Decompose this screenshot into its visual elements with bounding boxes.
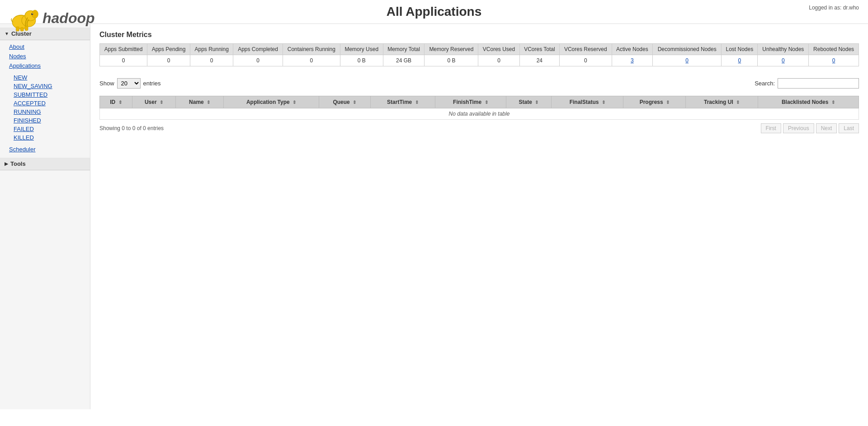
metrics-section-title: Cluster Metrics — [99, 31, 859, 39]
sidebar-link-applications[interactable]: Applications — [0, 61, 90, 70]
val-vcores-reserved: 0 — [560, 55, 612, 66]
col-application-type[interactable]: Application Type ⇕ — [224, 96, 319, 108]
metrics-values-row: 0 0 0 0 0 0 B 24 GB 0 B 0 24 0 3 0 0 0 0 — [100, 55, 859, 66]
val-apps-pending: 0 — [147, 55, 190, 66]
search-box: Search: — [755, 78, 859, 89]
val-active-nodes[interactable]: 3 — [612, 55, 653, 66]
pagination-next-button[interactable]: Next — [816, 123, 837, 133]
hadoop-logo — [9, 5, 41, 32]
show-entries-control: Show 10 20 25 50 100 entries — [99, 78, 161, 89]
tools-label: Tools — [10, 160, 26, 167]
entries-select[interactable]: 10 20 25 50 100 — [117, 78, 141, 89]
svg-rect-6 — [16, 27, 19, 31]
scheduler-nav: Scheduler — [0, 143, 90, 156]
sort-icon-state: ⇕ — [535, 100, 538, 105]
sidebar-link-running[interactable]: RUNNING — [14, 108, 90, 116]
sort-icon-progress: ⇕ — [666, 100, 670, 105]
sort-icon-id: ⇕ — [118, 100, 122, 105]
metric-rebooted-nodes: Rebooted Nodes — [809, 44, 859, 55]
page-title: All Applications — [387, 5, 482, 19]
metric-memory-used: Memory Used — [340, 44, 383, 55]
search-label: Search: — [755, 80, 775, 87]
show-label: Show — [99, 80, 114, 87]
svg-rect-8 — [25, 26, 28, 31]
sidebar-link-new-saving[interactable]: NEW_SAVING — [14, 82, 90, 90]
col-queue[interactable]: Queue ⇕ — [319, 96, 370, 108]
metric-memory-reserved: Memory Reserved — [425, 44, 478, 55]
metric-active-nodes: Active Nodes — [612, 44, 653, 55]
sidebar-link-failed[interactable]: FAILED — [14, 125, 90, 133]
sidebar-link-scheduler[interactable]: Scheduler — [0, 145, 90, 154]
metric-apps-pending: Apps Pending — [147, 44, 190, 55]
sidebar-link-nodes[interactable]: Nodes — [0, 51, 90, 61]
val-apps-completed: 0 — [233, 55, 283, 66]
metrics-header-row: Apps Submitted Apps Pending Apps Running… — [100, 44, 859, 55]
datatable-footer: Showing 0 to 0 of 0 entries First Previo… — [99, 123, 859, 133]
val-apps-running: 0 — [190, 55, 233, 66]
app-sub-nav: NEW NEW_SAVING SUBMITTED ACCEPTED RUNNIN… — [0, 72, 90, 143]
active-nodes-link[interactable]: 3 — [631, 57, 634, 64]
metric-memory-total: Memory Total — [383, 44, 425, 55]
metric-unhealthy-nodes: Unhealthy Nodes — [758, 44, 809, 55]
tools-section-header[interactable]: ▶ Tools — [0, 158, 90, 170]
col-progress[interactable]: Progress ⇕ — [623, 96, 686, 108]
col-final-status[interactable]: FinalStatus ⇕ — [552, 96, 623, 108]
metric-apps-running: Apps Running — [190, 44, 233, 55]
app-table-header-row: ID ⇕ User ⇕ Name ⇕ Application Type ⇕ — [100, 96, 859, 108]
cluster-arrow: ▼ — [5, 31, 9, 36]
sidebar-link-finished[interactable]: FINISHED — [14, 116, 90, 125]
col-tracking-ui[interactable]: Tracking UI ⇕ — [686, 96, 758, 108]
col-state[interactable]: State ⇕ — [506, 96, 552, 108]
metric-decommissioned-nodes: Decommissioned Nodes — [653, 44, 722, 55]
metric-apps-submitted: Apps Submitted — [100, 44, 147, 55]
decommissioned-nodes-link[interactable]: 0 — [685, 57, 689, 64]
sidebar-link-submitted[interactable]: SUBMITTED — [14, 90, 90, 99]
datatable-controls: Show 10 20 25 50 100 entries Search: — [99, 75, 859, 91]
val-memory-used: 0 B — [340, 55, 383, 66]
entries-label: entries — [143, 80, 161, 87]
pagination-previous-button[interactable]: Previous — [783, 123, 814, 133]
sort-icon-user: ⇕ — [160, 100, 163, 105]
unhealthy-nodes-link[interactable]: 0 — [782, 57, 785, 64]
pagination-first-button[interactable]: First — [761, 123, 781, 133]
sort-icon-name: ⇕ — [207, 100, 210, 105]
col-id[interactable]: ID ⇕ — [100, 96, 132, 108]
metric-vcores-used: VCores Used — [478, 44, 519, 55]
col-start-time[interactable]: StartTime ⇕ — [370, 96, 435, 108]
showing-entries-text: Showing 0 to 0 of 0 entries — [99, 125, 164, 131]
col-user[interactable]: User ⇕ — [132, 96, 175, 108]
no-data-cell: No data available in table — [100, 108, 859, 120]
sort-icon-finish-time: ⇕ — [485, 100, 488, 105]
cluster-metrics-table: Apps Submitted Apps Pending Apps Running… — [99, 43, 859, 66]
pagination-last-button[interactable]: Last — [839, 123, 859, 133]
lost-nodes-link[interactable]: 0 — [738, 57, 741, 64]
sort-icon-app-type: ⇕ — [292, 100, 296, 105]
applications-table: ID ⇕ User ⇕ Name ⇕ Application Type ⇕ — [99, 96, 859, 120]
val-memory-reserved: 0 B — [425, 55, 478, 66]
sidebar-link-killed[interactable]: KILLED — [14, 133, 90, 142]
val-apps-submitted: 0 — [100, 55, 147, 66]
col-name[interactable]: Name ⇕ — [176, 96, 224, 108]
cluster-nav: About Nodes Applications — [0, 40, 90, 72]
sidebar-link-accepted[interactable]: ACCEPTED — [14, 99, 90, 108]
tools-arrow: ▶ — [5, 161, 8, 166]
sort-icon-blacklisted-nodes: ⇕ — [831, 100, 835, 105]
sort-icon-queue: ⇕ — [353, 100, 356, 105]
sidebar-link-new[interactable]: NEW — [14, 73, 90, 82]
search-input[interactable] — [778, 78, 859, 89]
rebooted-nodes-link[interactable]: 0 — [832, 57, 835, 64]
sort-icon-tracking-ui: ⇕ — [736, 100, 740, 105]
val-lost-nodes[interactable]: 0 — [722, 55, 758, 66]
pagination-controls: First Previous Next Last — [761, 123, 859, 133]
logo-text: hadoop — [42, 10, 95, 27]
val-vcores-total: 24 — [519, 55, 559, 66]
val-memory-total: 24 GB — [383, 55, 425, 66]
col-finish-time[interactable]: FinishTime ⇕ — [435, 96, 506, 108]
col-blacklisted-nodes[interactable]: Blacklisted Nodes ⇕ — [758, 96, 859, 108]
val-decommissioned-nodes[interactable]: 0 — [653, 55, 722, 66]
val-rebooted-nodes[interactable]: 0 — [809, 55, 859, 66]
val-unhealthy-nodes[interactable]: 0 — [758, 55, 809, 66]
sidebar-link-about[interactable]: About — [0, 42, 90, 51]
no-data-row: No data available in table — [100, 108, 859, 120]
sort-icon-start-time: ⇕ — [415, 100, 419, 105]
